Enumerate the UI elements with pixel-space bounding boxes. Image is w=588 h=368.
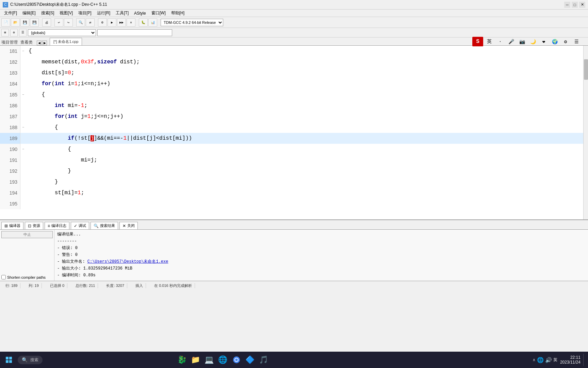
output-file-link[interactable]: C:\Users\28057\Desktop\未命名1.exe [87,259,168,264]
sogou-icon-3[interactable]: 🎤 [506,37,516,46]
taskbar-app-extra[interactable]: 🎵 [258,354,270,366]
profile-button[interactable]: 📊 [148,18,157,27]
run-button[interactable]: ▶ [108,18,116,27]
sogou-icon-6[interactable]: ❤ [539,37,549,46]
taskbar-search[interactable]: 🔍 搜索 [18,356,43,364]
window-controls[interactable]: ─ □ ✕ [564,2,585,8]
nav-links: 项目管理 查看类 [1,40,33,45]
systray-lang[interactable]: 英 [553,357,557,363]
systray-network[interactable]: 🌐 [537,357,544,363]
systray-volume[interactable]: 🔊 [545,357,552,363]
sogou-icon-4[interactable]: 📷 [517,37,527,46]
taskbar-edge-app[interactable]: 🔷 [244,354,256,366]
tab-prev[interactable]: ◀ [37,41,42,45]
menu-search[interactable]: 搜索[S] [38,10,57,17]
window-title: C:\Users\28057\Desktop\未命名1.cpp - Dev-C+… [10,2,564,7]
sogou-icon-2[interactable]: · [495,37,505,46]
tab-next[interactable]: ▶ [42,41,47,45]
status-length: 长度: 3207 [103,283,127,288]
code-line-184: 184 for(int i=1;i<=n;i++) [0,78,588,89]
search-icon: 🔍 [22,357,28,363]
compile-output-line-2: -------- [57,238,585,245]
nav-project[interactable]: 项目管理 [1,40,18,45]
save-all-button[interactable]: 💾 [30,18,39,27]
systray-expand[interactable]: ∧ [533,357,536,362]
status-mode: 插入 [133,283,146,288]
menu-run[interactable]: 运行[R] [94,10,113,17]
sogou-icon-8[interactable]: ⚙ [561,37,570,46]
tab-search-results[interactable]: 🔍 搜索结果 [91,222,118,229]
find-button[interactable]: 🔍 [76,18,85,27]
sogou-icon-1[interactable]: 英 [485,37,494,46]
shorten-paths-checkbox[interactable] [1,275,6,279]
tab-arrows: ◀ ▶ [37,41,47,45]
maximize-button[interactable]: □ [572,2,578,8]
menu-edit[interactable]: 编辑[E] [20,10,38,17]
minimize-button[interactable]: ─ [564,2,570,8]
globals-dropdown[interactable]: {globals} [28,29,96,36]
menu-window[interactable]: 窗口[W] [149,10,168,17]
sogou-icon-5[interactable]: 🌙 [528,37,538,46]
shorten-paths-option[interactable]: Shorten compiler paths [1,275,53,279]
code-line-188: 188 − { [0,122,588,133]
code-line-189: 189 if(!st[j]&&(mi==-1||dist[j]<dist[mi]… [0,133,588,144]
undo-button[interactable]: ↩ [54,18,63,27]
new-file-button[interactable]: 📄 [1,18,10,27]
code-line-181: 181 − { [0,46,588,57]
tab-resources[interactable]: ⊡ 资源 [25,222,43,229]
sogou-icon-9[interactable]: ☰ [572,37,581,46]
code-editor[interactable]: 181 − { 182 memset(dist,0x3f,sizeof dist… [0,46,588,219]
tb2-btn3[interactable]: ☰ [19,29,27,36]
scrollbar[interactable] [583,46,588,219]
svg-rect-2 [6,360,9,363]
code-line-191: 191 mi=j; [0,155,588,166]
menu-project[interactable]: 项目[P] [76,10,94,17]
svg-rect-0 [6,357,9,359]
tab-compile-log-label: 编译日志 [51,223,66,228]
redo-button[interactable]: ↪ [64,18,73,27]
code-line-194: 194 st[mi]=1; [0,187,588,198]
taskbar-browser-app[interactable]: 🌐 [217,354,229,366]
menu-astyle[interactable]: AStyle [131,10,149,16]
compile-sidebar: 中止 Shorten compiler paths [0,230,54,281]
sogou-logo[interactable]: S [472,37,483,46]
close-button[interactable]: ✕ [579,2,585,8]
tab-compile-log[interactable]: ≡ 编译日志 [45,222,69,229]
stop-compilation-button[interactable]: 中止 [1,231,53,238]
start-button[interactable] [3,354,15,366]
taskbar: 🔍 搜索 🐉 📁 💻 🌐 🔷 🎵 ∧ 🌐 🔊 英 22:11 2023/11/2… [0,352,588,368]
compile-run-button[interactable]: ▶▶ [117,18,126,27]
compile-button[interactable]: ⚙ [98,18,107,27]
menu-file[interactable]: 文件[F] [1,10,20,17]
compiler-select[interactable]: TDM-GCC 4.9.2 64-bit Release [161,19,223,26]
menu-help[interactable]: 帮助[H] [168,10,187,17]
bottom-tabs: ⊞ 编译器 ⊡ 资源 ≡ 编译日志 ✓ 调试 🔍 搜索结果 ✕ 关闭 [0,220,588,230]
open-file-button[interactable]: 📂 [11,18,20,27]
taskbar-files-app[interactable]: 📁 [190,354,202,366]
replace-button[interactable]: ⇄ [86,18,95,27]
active-tab[interactable]: [*] 未命名1.cpp [50,38,82,45]
tb2-btn2[interactable]: ⚙ [10,29,18,36]
tab-close[interactable]: ✕ 关闭 [119,222,138,229]
show-desktop-button[interactable] [583,354,585,366]
menu-view[interactable]: 视图[V] [57,10,76,17]
tab-debug[interactable]: ✓ 调试 [71,222,89,229]
taskbar-chrome-app[interactable] [230,354,243,366]
code-line-192: 192 } [0,166,588,177]
taskbar-computer-app[interactable]: 💻 [203,354,215,366]
taskbar-game-app[interactable]: 🐉 [176,354,188,366]
code-jump-input[interactable] [97,29,172,36]
svg-rect-1 [9,357,12,359]
nav-classes[interactable]: 查看类 [20,40,33,45]
systray: ∧ 🌐 🔊 英 [533,357,557,363]
save-file-button[interactable]: 💾 [20,18,29,27]
print-button[interactable]: 🖨 [42,18,51,27]
menu-tools[interactable]: 工具[T] [113,10,131,17]
tb2-btn1[interactable]: ⊞ [1,29,9,36]
scrollbar-thumb[interactable] [584,59,588,80]
tab-compiler[interactable]: ⊞ 编译器 [1,222,23,229]
compile-log-icon: ≡ [48,224,50,228]
sogou-icon-7[interactable]: 🌍 [550,37,559,46]
stop-button[interactable]: ✕ [127,18,135,27]
debug-button[interactable]: 🐛 [139,18,148,27]
